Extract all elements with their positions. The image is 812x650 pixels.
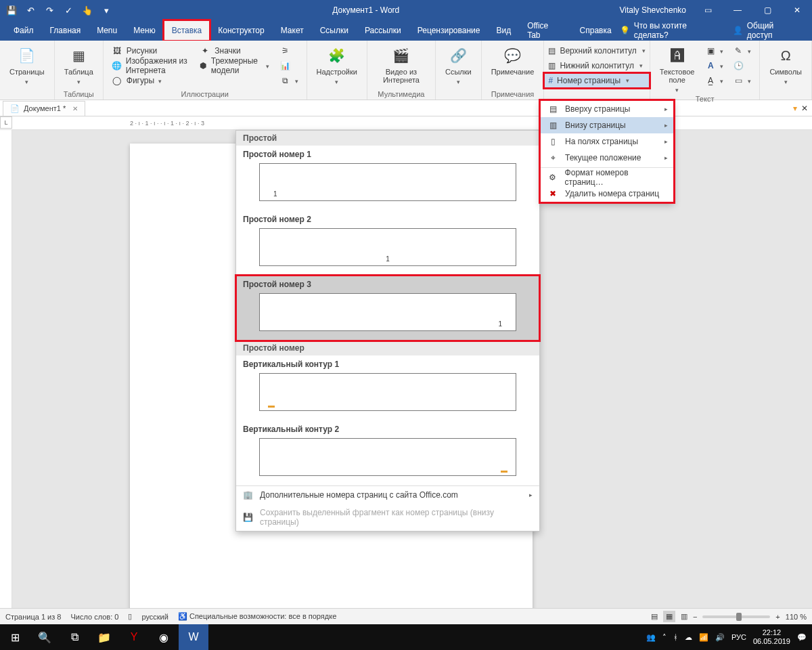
status-lang-icon[interactable]: ▯ (128, 612, 132, 621)
volume-icon[interactable]: 🔊 (715, 633, 725, 642)
symbols-button[interactable]: Ω Символы (765, 43, 806, 87)
smartart-button[interactable]: ⚞ (277, 43, 301, 58)
tab-home[interactable]: Главная (42, 20, 89, 41)
status-words[interactable]: Число слов: 0 (70, 613, 118, 621)
tab-design[interactable]: Конструктор (210, 20, 272, 41)
shapes-button[interactable]: ◯Фигуры (109, 73, 191, 88)
zoom-slider[interactable] (702, 615, 770, 618)
qat-more-icon[interactable]: ▾ (100, 4, 112, 16)
onedrive-icon[interactable]: ☁ (685, 633, 692, 642)
wordart-button[interactable]: A (702, 58, 726, 73)
zoom-minus-icon[interactable]: − (693, 613, 697, 621)
online-video-button[interactable]: 🎬 Видео из Интернета (373, 43, 430, 85)
search-icon[interactable]: 🔍 (30, 624, 60, 650)
tab-officetab[interactable]: Office Tab (519, 20, 571, 41)
tab-menu-ru[interactable]: Меню (125, 20, 163, 41)
ribbon-options-icon[interactable]: ▭ (693, 0, 723, 20)
tab-mailings[interactable]: Рассылки (357, 20, 409, 41)
view-read-icon[interactable]: ▤ (651, 612, 658, 621)
people-icon[interactable]: 👥 (646, 633, 656, 642)
undo-icon[interactable]: ↶ (24, 4, 37, 16)
new-tab-icon[interactable]: ▾ (793, 104, 797, 113)
user-name[interactable]: Vitaly Shevchenko (619, 5, 693, 15)
explorer-icon[interactable]: 📁 (89, 624, 119, 650)
signature-button[interactable]: ✎ (730, 43, 754, 58)
table-button[interactable]: ▦ Таблица (60, 43, 97, 87)
document-tab[interactable]: 📄 Документ1 * ✕ (3, 101, 85, 116)
header-button[interactable]: ▤Верхний колонтитул▾ (544, 43, 649, 58)
tab-options-icon[interactable]: ✕ (801, 104, 808, 113)
gallery-item-simple-1[interactable]: Простой номер 1 1 (236, 146, 539, 211)
status-language[interactable]: русский (141, 613, 168, 621)
comment-button[interactable]: 💬 Примечание (487, 43, 539, 77)
pages-button[interactable]: 📄 Страницы (5, 43, 49, 87)
bluetooth-icon[interactable]: ᚼ (673, 633, 678, 641)
horizontal-ruler[interactable]: 2 · ı · 1 · ı · · ı · 1 · ı · 2 · ı · 3 (130, 118, 812, 129)
tab-review[interactable]: Рецензирование (409, 20, 489, 41)
clock[interactable]: 22:12 06.05.2019 (753, 628, 790, 646)
yandex-icon[interactable]: Y (119, 624, 149, 650)
menu-page-margins[interactable]: ▯На полях страницы▸ (541, 133, 673, 150)
spellcheck-icon[interactable]: ✓ (62, 4, 74, 16)
tab-help[interactable]: Справка (572, 20, 620, 41)
tab-menu-en[interactable]: Menu (89, 20, 125, 41)
menu-top-of-page[interactable]: ▤Вверху страницы▸ (541, 101, 673, 117)
gallery-item-simple-2[interactable]: Простой номер 2 1 (236, 211, 539, 276)
menu-remove-page-numbers[interactable]: ✖Удалить номера страниц (541, 186, 673, 202)
links-button[interactable]: 🔗 Ссылки (441, 43, 476, 87)
close-icon[interactable]: ✕ (782, 0, 812, 20)
page-number-menu: ▤Вверху страницы▸ ▥Внизу страницы▸ ▯На п… (540, 100, 674, 202)
status-a11y[interactable]: ♿ Специальные возможности: все в порядке (178, 612, 336, 621)
network-icon[interactable]: 📶 (699, 633, 708, 642)
start-button[interactable]: ⊞ (0, 624, 30, 650)
gallery-item-simple-3[interactable]: Простой номер 3 1 (236, 276, 539, 341)
page-number-button[interactable]: #Номер страницы▾ (544, 73, 649, 88)
tab-layout[interactable]: Макет (273, 20, 312, 41)
share-button[interactable]: 👤 Общий доступ (733, 21, 801, 40)
vertical-ruler[interactable] (0, 130, 12, 638)
page-num-center: 1 (386, 255, 390, 263)
minimize-icon[interactable]: — (723, 0, 752, 20)
save-icon[interactable]: 💾 (5, 4, 18, 16)
chrome-icon[interactable]: ◉ (149, 624, 179, 650)
menu-bottom-label: Внизу страницы (565, 121, 626, 130)
tab-view[interactable]: Вид (488, 20, 519, 41)
screenshot-button[interactable]: ⧉ (277, 73, 301, 88)
gallery-more-office[interactable]: 🏢 Дополнительные номера страниц с сайта … (236, 486, 539, 504)
view-web-icon[interactable]: ▥ (681, 612, 687, 621)
tab-references[interactable]: Ссылки (312, 20, 357, 41)
notifications-icon[interactable]: 💬 (797, 633, 807, 642)
lang-indicator[interactable]: РУС (731, 633, 746, 641)
view-print-icon[interactable]: ▦ (663, 611, 675, 622)
menu-bottom-of-page[interactable]: ▥Внизу страницы▸ (541, 117, 673, 133)
tab-insert[interactable]: Вставка (164, 20, 210, 41)
online-pictures-button[interactable]: 🌐Изображения из Интернета (109, 58, 191, 73)
menu-current-position[interactable]: ⌖Текущее положение▸ (541, 150, 673, 166)
maximize-icon[interactable]: ▢ (752, 0, 782, 20)
footer-button[interactable]: ▥Нижний колонтитул▾ (544, 58, 649, 73)
tell-me[interactable]: 💡 Что вы хотите сделать? (620, 21, 723, 40)
redo-icon[interactable]: ↷ (43, 4, 55, 16)
tab-file[interactable]: Файл (5, 20, 42, 41)
menu-format-page-numbers[interactable]: ⚙Формат номеров страниц… (541, 169, 673, 186)
ruler-corner[interactable]: L (0, 116, 12, 129)
3d-models-button[interactable]: ⬢Трехмерные модели (197, 58, 271, 73)
word-icon[interactable]: W (179, 624, 208, 650)
textbox-button[interactable]: 🅰 Текстовое поле (656, 43, 699, 95)
status-page[interactable]: Страница 1 из 8 (5, 613, 61, 621)
chart-button[interactable]: 📊 (277, 58, 301, 73)
touch-mode-icon[interactable]: 👆 (81, 4, 93, 16)
gallery-item-vertical-2[interactable]: Вертикальный контур 2 ▬ (236, 420, 539, 485)
quickparts-button[interactable]: ▣ (702, 43, 726, 58)
tray-up-icon[interactable]: ˄ (662, 633, 667, 642)
zoom-level[interactable]: 110 % (786, 613, 807, 621)
zoom-plus-icon[interactable]: + (775, 613, 780, 621)
close-tab-icon[interactable]: ✕ (72, 105, 78, 112)
object-button[interactable]: ▭ (730, 73, 754, 88)
online-pictures-icon: 🌐 (112, 60, 122, 71)
gallery-item-vertical-1[interactable]: Вертикальный контур 1 ▬ (236, 355, 539, 420)
addins-button[interactable]: 🧩 Надстройки (313, 43, 361, 87)
datetime-button[interactable]: 🕒 (730, 58, 754, 73)
task-view-icon[interactable]: ⧉ (60, 624, 89, 650)
dropcap-button[interactable]: A̲ (702, 73, 726, 88)
